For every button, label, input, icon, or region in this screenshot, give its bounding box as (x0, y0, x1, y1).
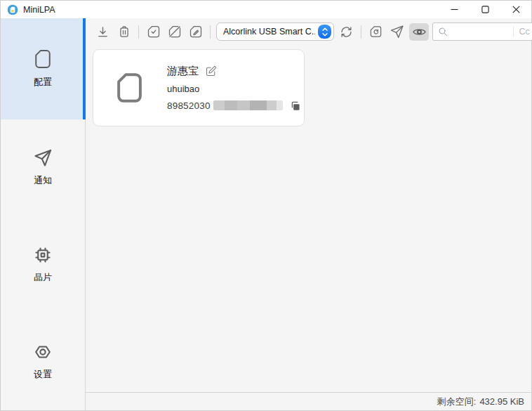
window-controls (439, 1, 531, 18)
enable-profile-button[interactable] (145, 23, 162, 41)
profile-disable-icon (168, 25, 182, 39)
disable-profile-button[interactable] (166, 23, 183, 41)
sim-card-icon (34, 48, 52, 70)
profile-iccid-prefix: 89852030 (167, 100, 211, 111)
profile-edit-icon (189, 25, 203, 39)
window-title: MiniLPA (23, 5, 55, 15)
paper-plane-icon (33, 148, 53, 168)
toggle-visibility-button[interactable] (409, 23, 429, 41)
titlebar: MiniLPA (1, 1, 531, 18)
sidebar-item-profiles[interactable]: 配置 (1, 18, 85, 119)
free-space-value: 432.95 KiB (479, 396, 524, 407)
sidebar-item-label: 通知 (34, 174, 52, 187)
iccid-masked-blur (213, 100, 283, 110)
copy-iccid-button[interactable] (290, 100, 302, 112)
download-icon (95, 25, 110, 39)
eye-icon (412, 25, 427, 39)
toolbar-separator (361, 25, 361, 39)
send-notification-button[interactable] (388, 23, 406, 41)
match-case-toggle[interactable]: Cc (519, 27, 530, 37)
toolbar-separator (210, 25, 211, 39)
edit-nickname-icon (205, 65, 217, 77)
chip-icon (33, 245, 53, 265)
copy-icon (290, 100, 302, 112)
profile-name: 游惠宝 (167, 65, 199, 78)
free-space-label: 剩余空间: (437, 396, 477, 408)
app-window: MiniLPA 配置 (0, 0, 532, 411)
maximize-icon (481, 6, 489, 13)
chip-refresh-button[interactable] (367, 23, 385, 41)
profile-card[interactable]: 游惠宝 uhuibao 89852030 (93, 49, 305, 126)
search-options: Cc W .* (513, 27, 532, 37)
sidebar-item-chip[interactable]: 晶片 (1, 216, 85, 313)
close-icon (512, 6, 520, 13)
edit-nickname-button[interactable] (205, 65, 217, 77)
main-area: Alcorlink USB Smart C... (86, 18, 531, 410)
dropdown-spinner-icon (318, 25, 331, 39)
sim-card-icon (115, 71, 144, 105)
settings-nut-icon (33, 342, 53, 362)
profile-list: 游惠宝 uhuibao 89852030 (86, 44, 531, 392)
profile-provider: uhuibao (167, 84, 302, 94)
toolbar: Alcorlink USB Smart C... (86, 18, 531, 44)
download-profile-button[interactable] (94, 23, 112, 41)
sidebar-item-label: 晶片 (34, 271, 52, 284)
search-box: Cc W .* (432, 22, 532, 41)
send-icon (390, 25, 404, 39)
sim-refresh-icon (369, 25, 383, 39)
sidebar-item-notifications[interactable]: 通知 (1, 119, 85, 216)
minimize-icon (451, 6, 458, 13)
profile-card-text: 游惠宝 uhuibao 89852030 (167, 65, 302, 112)
sidebar-item-label: 设置 (34, 368, 52, 381)
delete-profile-button[interactable] (115, 23, 133, 41)
sidebar-item-settings[interactable]: 设置 (1, 313, 85, 410)
trash-icon (117, 25, 131, 39)
search-input[interactable] (448, 27, 513, 37)
reader-select[interactable]: Alcorlink USB Smart C... (216, 22, 334, 41)
toolbar-separator (138, 25, 139, 39)
maximize-button[interactable] (470, 1, 500, 18)
search-icon (437, 26, 448, 37)
refresh-button[interactable] (338, 23, 355, 41)
minimize-button[interactable] (439, 1, 470, 18)
profile-enable-icon (147, 25, 161, 39)
status-bar: 剩余空间: 432.95 KiB (86, 392, 531, 410)
sidebar-item-label: 配置 (34, 76, 52, 89)
sidebar: 配置 通知 晶片 (1, 18, 86, 410)
close-button[interactable] (500, 1, 531, 18)
edit-profile-button[interactable] (187, 23, 204, 41)
app-logo-icon (7, 4, 18, 15)
refresh-icon (339, 25, 354, 39)
reader-select-value: Alcorlink USB Smart C... (223, 27, 315, 37)
